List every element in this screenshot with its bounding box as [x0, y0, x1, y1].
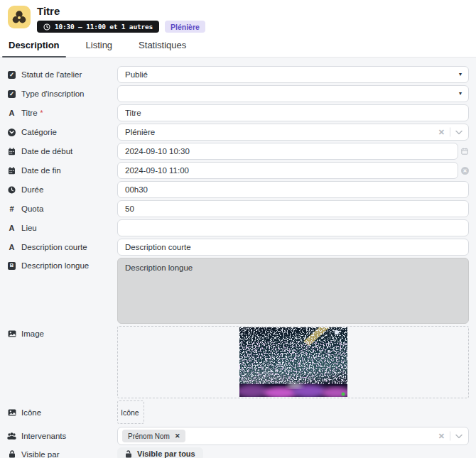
lieu-input[interactable] [117, 219, 469, 236]
form-row-type-inscription: ✓ Type d'inscription ▾ [7, 85, 469, 102]
form-row-description-courte: A Description courte [7, 239, 469, 256]
intervenants-label: Intervenants [7, 432, 117, 440]
form-row-icone: Icône Icône [7, 400, 469, 424]
people-icon [7, 432, 16, 440]
intervenants-select-controls: ✕ [438, 432, 463, 441]
divider [450, 432, 450, 441]
form-row-visible-par: Visible par Visible par tous [7, 447, 469, 458]
text-field-icon: A [7, 109, 16, 117]
clear-selection-icon[interactable]: ✕ [438, 432, 445, 440]
categorie-select-controls: ✕ [438, 128, 463, 137]
text-field-icon: A [7, 224, 16, 232]
calendar-picker-icon[interactable] [461, 148, 468, 155]
date-debut-label-text: Date de début [21, 147, 72, 156]
icone-dropzone-text: Icône [121, 408, 139, 417]
clock-filled-icon [7, 186, 16, 194]
page-header: Titre 10:30 – 11:00 et 1 autres Plénière [0, 0, 476, 33]
unlock-icon [125, 450, 132, 458]
form-row-date-fin: Date de fin ✕ [7, 162, 469, 179]
calendar-icon [7, 148, 16, 156]
page-title: Titre [37, 4, 205, 18]
description-courte-label-text: Description courte [21, 243, 87, 251]
form-row-statut: ✓ Statut de l'atelier ▾ [7, 66, 469, 83]
description-longue-textarea[interactable]: Description longue [117, 258, 469, 324]
caret-down-icon[interactable]: ▾ [459, 72, 462, 77]
icone-dropzone[interactable]: Icône [117, 400, 144, 424]
workshop-logo-icon [8, 6, 31, 28]
icone-label: Icône [7, 408, 117, 417]
date-debut-input[interactable] [117, 143, 458, 160]
checkbox-checked-icon: ✓ [7, 71, 16, 79]
intervenants-select[interactable]: Prénom Nom ✕ [117, 427, 469, 445]
caret-down-icon[interactable]: ▾ [459, 91, 462, 97]
categorie-select[interactable] [117, 124, 469, 141]
titre-input[interactable] [117, 104, 469, 121]
clock-icon [43, 23, 50, 31]
chevron-down-icon[interactable] [455, 434, 463, 438]
type-inscription-select[interactable] [117, 85, 469, 102]
hash-icon: # [7, 205, 16, 213]
rich-text-icon: B [7, 262, 16, 270]
date-fin-label-text: Date de fin [21, 166, 61, 175]
time-badge: 10:30 – 11:00 et 1 autres [37, 21, 159, 33]
category-badge: Plénière [165, 21, 205, 33]
visible-par-tous-label: Visible par tous [137, 449, 195, 458]
tab-statistiques[interactable]: Statistiques [137, 35, 188, 57]
form-row-lieu: A Lieu [7, 219, 469, 236]
quota-label-text: Quota [21, 205, 43, 213]
chevron-down-icon[interactable] [455, 130, 463, 134]
clear-date-icon[interactable]: ✕ [461, 167, 469, 175]
visible-par-tous-button[interactable]: Visible par tous [117, 447, 203, 458]
date-fin-label: Date de fin [7, 166, 117, 175]
duree-label-text: Durée [21, 185, 43, 194]
quota-input[interactable] [117, 200, 469, 217]
lock-icon [7, 450, 16, 458]
form-row-quota: # Quota [7, 200, 469, 217]
date-fin-input[interactable] [117, 162, 458, 179]
checkbox-checked-icon: ✓ [7, 90, 16, 98]
quota-label: # Quota [7, 205, 117, 213]
tab-listing[interactable]: Listing [85, 35, 114, 57]
form-row-date-debut: Date de début [7, 143, 469, 160]
image-dropzone[interactable] [117, 326, 469, 398]
duree-label: Durée [7, 185, 117, 194]
uploaded-image [239, 327, 347, 397]
titre-label: A Titre * [7, 109, 117, 117]
tab-bar: Description Listing Statistiques [0, 35, 476, 58]
intervenant-tag: Prénom Nom ✕ [122, 430, 185, 442]
picture-icon [7, 330, 16, 337]
image-label: Image [7, 326, 117, 338]
description-longue-label-text: Description longue [21, 261, 89, 270]
statut-label: ✓ Statut de l'atelier [7, 70, 117, 79]
description-courte-input[interactable] [117, 239, 469, 256]
type-inscription-label: ✓ Type d'inscription [7, 89, 117, 98]
intervenants-label-text: Intervenants [21, 432, 66, 440]
intervenant-tag-label: Prénom Nom [128, 432, 170, 440]
statut-select[interactable] [117, 66, 469, 83]
form-row-titre: A Titre * [7, 104, 469, 121]
icone-label-text: Icône [21, 408, 41, 417]
categorie-label-text: Catégorie [21, 128, 57, 136]
titre-label-text: Titre [21, 109, 38, 117]
remove-tag-icon[interactable]: ✕ [175, 432, 180, 440]
lieu-label-text: Lieu [21, 224, 37, 232]
duree-input[interactable] [117, 181, 469, 198]
tab-description[interactable]: Description [7, 35, 61, 57]
description-longue-label: B Description longue [7, 258, 117, 270]
form-row-intervenants: Intervenants Prénom Nom ✕ ✕ [7, 427, 469, 445]
circle-chevron-icon [7, 129, 16, 136]
image-label-text: Image [21, 329, 44, 338]
badge-row: 10:30 – 11:00 et 1 autres Plénière [37, 21, 205, 33]
knot-icon [11, 9, 27, 25]
type-inscription-label-text: Type d'inscription [21, 89, 85, 98]
text-field-icon: A [7, 243, 16, 251]
divider [450, 128, 450, 137]
date-debut-label: Date de début [7, 147, 117, 156]
visible-par-label: Visible par [7, 450, 117, 458]
clear-selection-icon[interactable]: ✕ [438, 129, 445, 136]
lieu-label: A Lieu [7, 224, 117, 232]
statut-label-text: Statut de l'atelier [21, 70, 82, 79]
form-row-categorie: Catégorie ✕ [7, 124, 469, 141]
form-row-description-longue: B Description longue Description longue [7, 258, 469, 324]
required-asterisk: * [40, 109, 43, 117]
